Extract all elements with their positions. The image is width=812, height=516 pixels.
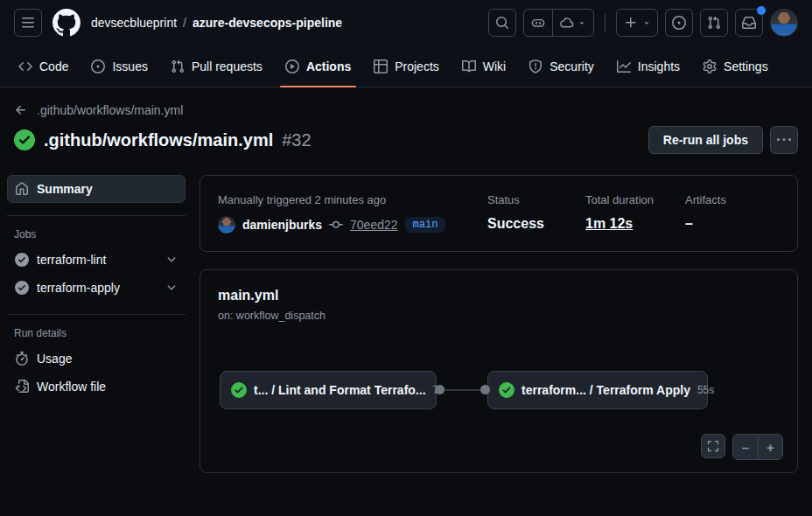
chevron-down-icon[interactable]: [165, 254, 178, 266]
app-header: devsecblueprint / azure-devsecops-pipeli…: [0, 0, 812, 45]
sidebar-job-terraform-lint[interactable]: terraform-lint: [7, 246, 186, 274]
duration-label: Total duration: [585, 193, 685, 206]
success-check-icon: [14, 129, 35, 150]
plus-icon: [624, 16, 638, 30]
tab-security[interactable]: Security: [520, 45, 603, 87]
success-check-icon: [231, 382, 247, 398]
sidebar-item-usage[interactable]: Usage: [7, 345, 186, 373]
user-avatar[interactable]: [770, 9, 798, 37]
tab-issues[interactable]: Issues: [82, 45, 156, 87]
shield-icon: [528, 59, 542, 73]
workflow-name: main.yml: [218, 288, 780, 303]
branch-badge[interactable]: main: [405, 217, 446, 233]
tab-actions[interactable]: Actions: [276, 45, 360, 87]
tab-settings[interactable]: Settings: [694, 45, 777, 87]
jobs-heading: Jobs: [7, 228, 186, 241]
repo-nav-tabs: Code Issues Pull requests Actions Projec…: [0, 45, 812, 87]
header-actions: [488, 9, 798, 37]
fullscreen-icon: [707, 440, 719, 452]
caret-down-icon: [642, 18, 651, 27]
run-details-heading: Run details: [7, 327, 186, 339]
stopwatch-icon: [15, 352, 29, 366]
repo-owner-link[interactable]: devsecblueprint: [91, 16, 177, 30]
issue-opened-icon: [672, 16, 686, 30]
run-title: .github/workflows/main.yml: [44, 130, 273, 150]
success-check-icon: [15, 281, 29, 295]
zoom-out-button[interactable]: –: [733, 435, 758, 459]
tab-label: Pull requests: [192, 59, 262, 73]
workflow-breadcrumb: .github/workflows/main.yml: [14, 103, 798, 117]
duration-value-link[interactable]: 1m 12s: [585, 216, 685, 232]
tab-label: Issues: [112, 59, 147, 73]
tab-code[interactable]: Code: [10, 45, 77, 87]
actor-name-link[interactable]: damienjburks: [242, 218, 322, 232]
run-header: .github/workflows/main.yml .github/workf…: [0, 87, 812, 175]
unread-notification-dot: [757, 6, 766, 15]
workflow-graph-header: main.yml on: workflow_dispatch: [200, 270, 797, 322]
tab-label: Insights: [638, 59, 680, 73]
back-arrow-icon[interactable]: [14, 103, 28, 117]
fullscreen-button[interactable]: [701, 434, 725, 458]
repo-name-link[interactable]: azure-devsecops-pipeline: [192, 16, 342, 30]
sidebar-job-terraform-apply[interactable]: terraform-apply: [7, 274, 186, 302]
create-new-button[interactable]: [616, 9, 658, 37]
book-icon: [462, 59, 476, 73]
sidebar-item-label: Usage: [37, 352, 72, 366]
commit-sha-link[interactable]: 70eed22: [350, 218, 398, 232]
success-check-icon: [15, 253, 29, 267]
hamburger-menu-button[interactable]: [14, 9, 42, 37]
actor-row: damienjburks 70eed22 main: [218, 216, 487, 234]
job-name: terraform-apply: [37, 281, 120, 295]
sidebar-divider: [7, 314, 186, 315]
trigger-column: Manually triggered 2 minutes ago damienj…: [218, 193, 487, 234]
gear-icon: [703, 59, 717, 73]
actor-avatar[interactable]: [218, 216, 235, 234]
job-node-terraform-lint[interactable]: t... / Lint and Format Terrafo... 7s: [220, 371, 437, 409]
workflow-breadcrumb-link[interactable]: .github/workflows/main.yml: [37, 103, 183, 117]
notifications-button[interactable]: [735, 9, 763, 37]
success-check-icon: [499, 382, 514, 398]
tab-projects[interactable]: Projects: [365, 45, 448, 87]
job-name: terraform-lint: [37, 253, 106, 267]
copilot-button[interactable]: [524, 10, 552, 36]
sidebar-divider: [7, 215, 186, 216]
tab-insights[interactable]: Insights: [608, 45, 689, 87]
commit-icon: [329, 218, 343, 232]
search-button[interactable]: [488, 9, 516, 37]
issues-dashboard-button[interactable]: [665, 9, 693, 37]
status-column: Status Success: [487, 193, 585, 234]
status-label: Status: [487, 193, 585, 206]
graph-icon: [617, 59, 631, 73]
run-sidebar: Summary Jobs terraform-lint terraform-ap…: [0, 175, 200, 401]
sidebar-item-workflow-file[interactable]: Workflow file: [7, 373, 186, 401]
rerun-all-jobs-button[interactable]: Re-run all jobs: [648, 126, 763, 154]
tab-label: Settings: [724, 59, 768, 73]
kebab-icon: [777, 133, 791, 147]
file-code-icon: [15, 380, 29, 394]
inbox-icon: [742, 16, 756, 30]
play-icon: [285, 59, 299, 73]
job-node-label: t... / Lint and Format Terrafo...: [254, 383, 426, 397]
status-value: Success: [487, 216, 585, 232]
tab-pull-requests[interactable]: Pull requests: [162, 45, 271, 87]
tab-wiki[interactable]: Wiki: [453, 45, 514, 87]
sidebar-item-label: Workflow file: [37, 380, 106, 394]
run-content: Summary Jobs terraform-lint terraform-ap…: [0, 175, 812, 473]
run-options-button[interactable]: [770, 126, 798, 154]
chevron-down-icon[interactable]: [165, 282, 178, 294]
cloud-icon: [560, 16, 574, 30]
github-logo-icon[interactable]: [52, 9, 80, 37]
copilot-menu-button[interactable]: [552, 10, 593, 36]
breadcrumb: devsecblueprint / azure-devsecops-pipeli…: [91, 16, 342, 30]
artifacts-value: –: [685, 216, 780, 232]
zoom-in-button[interactable]: +: [758, 435, 782, 459]
run-main-column: Manually triggered 2 minutes ago damienj…: [200, 175, 798, 473]
sidebar-item-summary[interactable]: Summary: [7, 175, 186, 203]
job-node-terraform-apply[interactable]: terraform... / Terraform Apply 55s: [487, 371, 708, 409]
pull-requests-dashboard-button[interactable]: [700, 9, 728, 37]
zoom-control-group: – +: [732, 434, 783, 460]
job-node-label: terraform... / Terraform Apply: [522, 383, 690, 397]
caret-down-icon: [578, 18, 586, 27]
sidebar-item-label: Summary: [37, 182, 93, 196]
three-bars-icon: [21, 16, 35, 30]
